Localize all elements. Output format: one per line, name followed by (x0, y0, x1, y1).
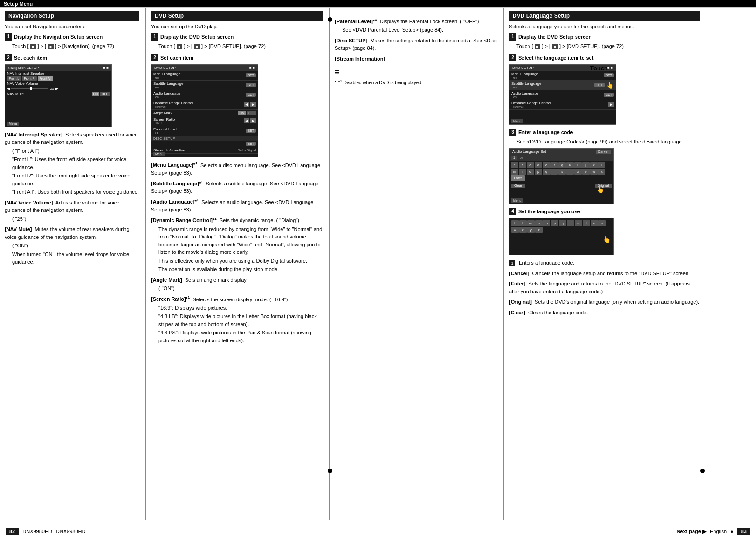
nav-step2: 2 Set each item (5, 54, 139, 61)
dvd-setup-column: DVD Setup You can set up the DVD play. 1… (146, 8, 328, 520)
page-header: Setup Menu (0, 0, 756, 7)
touch-cursor-kbd: 👆 (596, 186, 604, 193)
dot-marker-col4-bottom (700, 469, 705, 473)
dvd-setup-cont-column: [Parental Level]*1 Displays the Parental… (330, 8, 502, 520)
dvd-desc-subtitle-lang: [Subtitle Language]*1 Selects a subtitle… (151, 179, 323, 195)
nav-setup-screen: Navigation SETUP ■ ■ NAV Interrupt Speak… (5, 64, 112, 127)
dvd-lang-desc-enter: [Enter] Sets the language and returns to… (509, 280, 700, 295)
dvd-desc-angle-mark: [Angle Mark] Sets an angle mark display.… (151, 276, 323, 292)
dvd-lang-desc-clear: [Clear] Clears the language code. (509, 309, 700, 317)
dvd-desc-screen-ratio: [Screen Ratio]*1 Selects the screen disp… (151, 295, 323, 345)
footer-left: 82 DNX9980HD DNX9980HD (6, 528, 85, 535)
next-page-label: Next page ▶ (676, 529, 706, 535)
dvd-lang-desc-cancel: [Cancel] Cancels the language setup and … (509, 270, 700, 278)
dvd-step1: 1 Display the DVD Setup screen (151, 33, 323, 41)
page-footer: 82 DNX9980HD DNX9980HD Next page ▶ Engli… (0, 526, 756, 537)
dvd-step2: 2 Set each item (151, 54, 323, 61)
touch-cursor-kbd2: 👆 (603, 236, 611, 243)
nav-step1: 1 Display the Navigation Setup screen (5, 33, 139, 41)
dvd-lang-setup-column: DVD Language Setup Selects a language yo… (504, 8, 705, 520)
divider-2 (329, 8, 330, 520)
dvd-desc-audio-lang: [Audio Language]*1 Selects an audio lang… (151, 198, 323, 214)
navigation-setup-column: Navigation Setup You can set Navigation … (0, 8, 144, 520)
col3-parental-level: [Parental Level]*1 Displays the Parental… (335, 17, 497, 34)
dvd-step1-detail: Touch [ ■ ] > [ ■ ] > [DVD SETUP]. (page… (151, 42, 323, 50)
dvd-lang-step3-detail: See <DVD Language Codes> (page 99) and s… (509, 138, 700, 146)
nav-desc-3: [NAV Mute] Mutes the volume of rear spea… (5, 225, 139, 266)
divider-3 (503, 8, 504, 520)
divider-1 (145, 8, 146, 520)
col3-disc-setup: [Disc SETUP] Makes the settings related … (335, 37, 497, 52)
dvd-desc-menu-lang: [Menu Language]*1 Selects a disc menu la… (151, 161, 323, 177)
dvd-intro: You can set up the DVD play. (151, 24, 323, 29)
dvd-lang-step1-detail: Touch [ ■ ] > [ ■ ] > [DVD SETUP]. (page… (509, 42, 700, 50)
col3-stream-info: [Stream Information] (335, 55, 497, 63)
dvd-lang-step4: 4 Set the language you use (509, 208, 700, 215)
note-icon: ≡ (335, 68, 340, 76)
dvd-desc-dynamic-range: [Dynamic Range Control]*1 Sets the dynam… (151, 216, 323, 273)
dvd-lang-step1: 1 Display the DVD Setup screen (509, 33, 700, 41)
dot-marker-bottom (328, 469, 332, 473)
nav-setup-header: Navigation Setup (5, 11, 139, 21)
lang-kbd-screen: Audio Language Set Cancel 1 on a b c d e… (509, 148, 614, 204)
dvd-lang-setup-header: DVD Language Setup (509, 11, 700, 21)
lang-kbd2-screen: k l m n o p q r s t u v w x y z 👆 (509, 218, 614, 255)
col3-footnote: *1 Disabled when a DVD is being played. (335, 79, 497, 85)
nav-step1-detail: Touch [ ■ ] > [ ■ ] > [Navigation]. (pag… (5, 42, 139, 50)
dvd-lang-step3: 3 Enter a language code (509, 129, 700, 136)
touch-cursor-lang: 👆 (606, 82, 614, 89)
dot-marker-top (328, 17, 332, 22)
footer-right: Next page ▶ English ● 83 (676, 528, 750, 535)
circle-bullet: ● (730, 529, 734, 534)
language-label: English (710, 529, 727, 534)
nav-intro: You can set Navigation parameters. (5, 24, 139, 29)
touch-label: Touch (590, 65, 608, 72)
nav-desc-2: [NAV Voice Volume] Adjusts the volume fo… (5, 199, 139, 223)
dvd-lang-desc-num: 1 Enters a language code. (509, 259, 700, 267)
dvd-lang-intro: Selects a language you use for the speec… (509, 24, 700, 29)
note-block: ≡ (335, 68, 497, 76)
dvd-lang-step2: 2 Select the language item to set (509, 54, 700, 61)
model-name: DNX9980HD (56, 529, 86, 534)
model-label: DNX9980HD (22, 529, 52, 534)
nav-desc-1: [NAV Interrupt Speaker] Selects speakers… (5, 131, 139, 196)
dvd-lang-desc-original: [Original] Sets the DVD's original langu… (509, 298, 700, 306)
dvd-setup-header: DVD Setup (151, 11, 323, 21)
dvd-setup-screen: DVD SETUP ■ ■ Menu Languageen SET Subtit… (151, 64, 258, 157)
dvd-lang-setup-screen: DVD SETUP ■ ■ Menu Languageen SET Subtit… (509, 64, 616, 125)
